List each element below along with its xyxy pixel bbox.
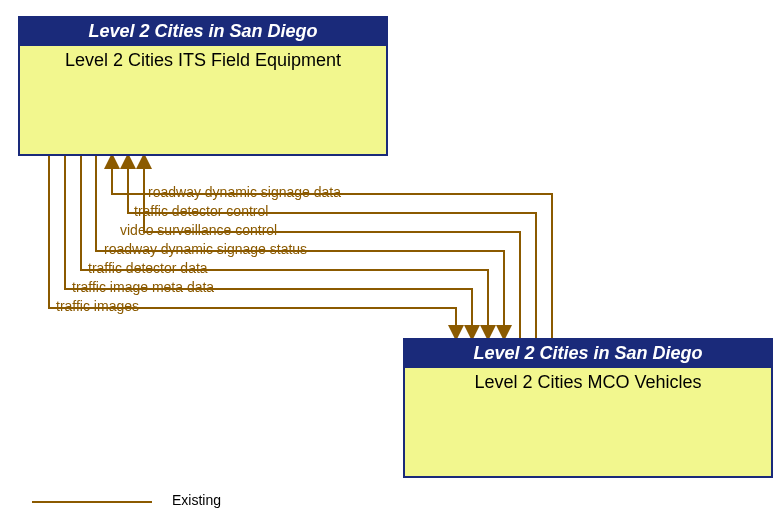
entity-field-equipment-header: Level 2 Cities in San Diego: [20, 18, 386, 46]
flow-label-traffic-images: traffic images: [56, 298, 139, 314]
legend-label-existing: Existing: [172, 492, 221, 508]
flow-label-video-surveillance-control: video surveillance control: [120, 222, 277, 238]
entity-mco-vehicles[interactable]: Level 2 Cities in San Diego Level 2 Citi…: [403, 338, 773, 478]
flow-label-roadway-dynamic-signage-status: roadway dynamic signage status: [104, 241, 307, 257]
entity-field-equipment[interactable]: Level 2 Cities in San Diego Level 2 Citi…: [18, 16, 388, 156]
entity-field-equipment-title: Level 2 Cities ITS Field Equipment: [20, 46, 386, 71]
flow-label-traffic-image-meta-data: traffic image meta data: [72, 279, 214, 295]
flow-label-traffic-detector-control: traffic detector control: [134, 203, 268, 219]
entity-mco-vehicles-header: Level 2 Cities in San Diego: [405, 340, 771, 368]
flow-label-roadway-dynamic-signage-data: roadway dynamic signage data: [148, 184, 341, 200]
entity-mco-vehicles-title: Level 2 Cities MCO Vehicles: [405, 368, 771, 393]
legend-line-existing: [32, 501, 152, 503]
flow-label-traffic-detector-data: traffic detector data: [88, 260, 208, 276]
architecture-diagram: Level 2 Cities in San Diego Level 2 Citi…: [0, 0, 783, 524]
